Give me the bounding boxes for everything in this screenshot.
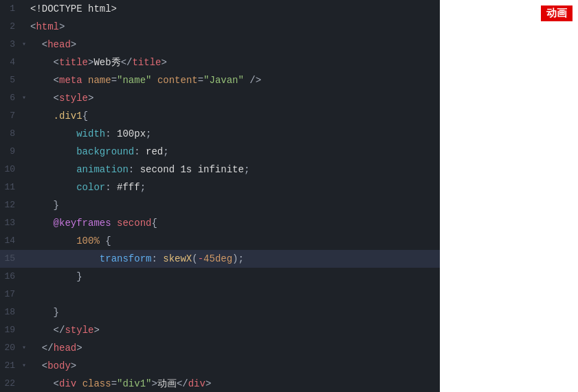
code-line-18: 18 } bbox=[0, 303, 440, 321]
code-line-7: 7 .div1{ bbox=[0, 107, 440, 125]
code-line-20: 20 ▾ </head> bbox=[0, 339, 440, 357]
code-line-21: 21 ▾ <body> bbox=[0, 357, 440, 375]
code-line-12: 12 } bbox=[0, 196, 440, 214]
code-area: 1 <!DOCTYPE html> 2 <html> 3 ▾ <head> 4 … bbox=[0, 0, 440, 392]
line-number-1: 1 bbox=[0, 0, 22, 18]
editor-panel: 1 <!DOCTYPE html> 2 <html> 3 ▾ <head> 4 … bbox=[0, 0, 440, 392]
code-line-13: 13 @keyframes second{ bbox=[0, 214, 440, 232]
code-line-22: 22 <div class="div1">动画</div> bbox=[0, 375, 440, 392]
preview-animation-label: 动画 bbox=[541, 5, 573, 21]
code-line-6: 6 ▾ <style> bbox=[0, 89, 440, 107]
code-line-14: 14 100% { bbox=[0, 232, 440, 250]
code-line-5: 5 <meta name="name" content="Javan" /> bbox=[0, 71, 440, 89]
code-line-3: 3 ▾ <head> bbox=[0, 36, 440, 54]
code-line-16: 16 } bbox=[0, 268, 440, 286]
code-line-19: 19 </style> bbox=[0, 321, 440, 339]
code-line-17: 17 bbox=[0, 286, 440, 303]
code-line-15: 15 transform: skewX(-45deg); bbox=[0, 250, 440, 268]
code-line-10: 10 animation: second 1s infinite; bbox=[0, 161, 440, 178]
code-line-8: 8 width: 100px; bbox=[0, 125, 440, 143]
code-line-4: 4 <title>Web秀</title> bbox=[0, 54, 440, 71]
code-line-2: 2 <html> bbox=[0, 18, 440, 36]
code-line-11: 11 color: #fff; bbox=[0, 178, 440, 196]
code-line-9: 9 background: red; bbox=[0, 143, 440, 161]
preview-panel: 动画 bbox=[440, 0, 578, 392]
code-line-1: 1 <!DOCTYPE html> bbox=[0, 0, 440, 18]
